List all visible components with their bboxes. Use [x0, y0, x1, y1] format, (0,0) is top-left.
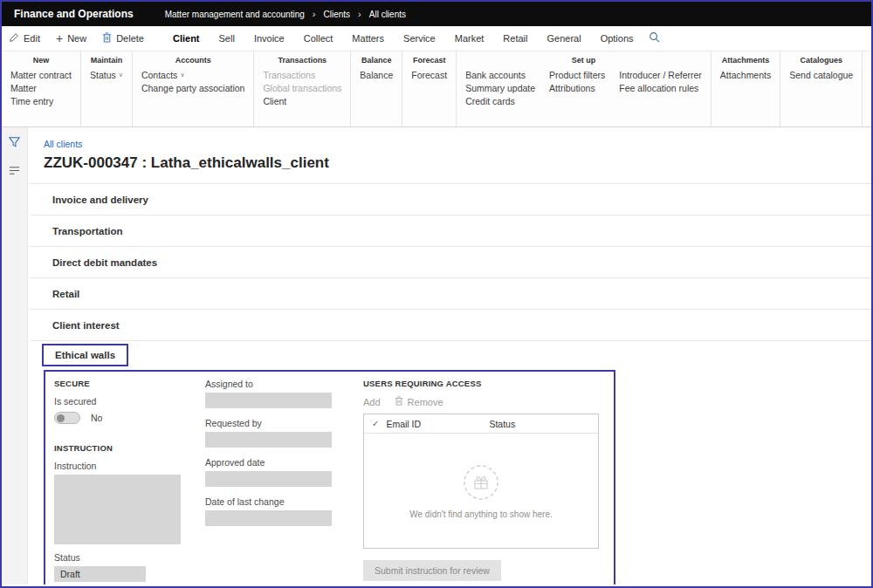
- search-button[interactable]: [649, 31, 660, 46]
- ribbon-group-maintain: MaintainStatus∨: [81, 51, 133, 126]
- ribbon: NewMatter contractMatterTime entryMainta…: [2, 51, 871, 127]
- breadcrumb-chevron-icon: ›: [358, 9, 361, 19]
- ribbon-group-title: Forecast: [411, 56, 447, 65]
- ribbon-group-forecast: ForecastForecast: [402, 51, 457, 126]
- breadcrumb-item-all-clients[interactable]: All clients: [369, 10, 406, 19]
- users-grid-header: ✓ Email ID Status: [364, 414, 598, 434]
- ribbon-item-product-filters[interactable]: Product filters: [549, 70, 605, 80]
- instruction-group-title: INSTRUCTION: [54, 443, 182, 453]
- ethical-walls-panel: SECURE Is secured No INSTRUCTION Instruc…: [44, 370, 615, 585]
- ribbon-item-label: Global transactions: [263, 83, 341, 93]
- users-column: USERS REQUIRING ACCESS Add Remove ✓ Emai…: [363, 379, 603, 581]
- tab-market[interactable]: Market: [445, 26, 494, 51]
- section-header-transportation[interactable]: Transportation: [31, 215, 871, 246]
- tab-service[interactable]: Service: [394, 26, 445, 51]
- pane-list-icon: [9, 164, 20, 180]
- app-window: Finance and Operations Matter management…: [0, 0, 873, 588]
- users-grid-toolbar: Add Remove: [363, 396, 603, 407]
- remove-label: Remove: [408, 397, 443, 407]
- chevron-down-icon: ∨: [180, 72, 184, 79]
- select-all-checkmark-icon[interactable]: ✓: [364, 419, 386, 428]
- ribbon-item-bank-accounts[interactable]: Bank accounts: [465, 70, 535, 80]
- breadcrumb-item-clients[interactable]: Clients: [323, 10, 350, 19]
- field-approved-date: Approved date: [205, 457, 333, 487]
- task-pane-button[interactable]: [9, 164, 20, 180]
- is-secured-toggle-row: No: [54, 412, 182, 424]
- tab-client[interactable]: Client: [163, 26, 210, 51]
- ribbon-item-time-entry[interactable]: Time entry: [10, 96, 72, 106]
- breadcrumb: Matter management and accounting›Clients…: [165, 9, 406, 19]
- ribbon-item-status[interactable]: Status∨: [90, 70, 123, 80]
- section-header-invoice-and-delivery[interactable]: Invoice and delivery: [31, 183, 871, 215]
- field-label: Requested by: [205, 418, 333, 428]
- edit-icon: [9, 32, 19, 44]
- is-secured-toggle[interactable]: [54, 412, 80, 424]
- ribbon-item-introducer-referrer[interactable]: Introducer / Referrer: [619, 70, 702, 80]
- tab-retail[interactable]: Retail: [493, 26, 537, 51]
- ribbon-item-label: Attributions: [549, 83, 595, 93]
- instruction-textarea[interactable]: [54, 475, 181, 544]
- workspace: All clients ZZUK-000347 : Latha_ethicalw…: [2, 127, 871, 585]
- tab-general[interactable]: General: [537, 26, 590, 51]
- breadcrumb-item-matter-management-and-accounting[interactable]: Matter management and accounting: [165, 10, 305, 19]
- field-requested-by: Requested by: [205, 418, 333, 448]
- add-user-button[interactable]: Add: [363, 397, 381, 407]
- new-button[interactable]: + New: [56, 33, 86, 44]
- field-input-requested-by[interactable]: [205, 432, 332, 448]
- ribbon-item-label: Bank accounts: [465, 70, 526, 80]
- section-header-ethical-walls[interactable]: Ethical walls: [42, 344, 128, 366]
- section-header-client-interest[interactable]: Client interest: [31, 309, 871, 340]
- ribbon-group-customer-service: Customer serviceCustomer service: [863, 51, 871, 126]
- delete-label: Delete: [116, 33, 144, 44]
- back-link[interactable]: All clients: [44, 139, 82, 149]
- main-content: All clients ZZUK-000347 : Latha_ethicalw…: [28, 127, 871, 585]
- ribbon-item-global-transactions: Global transactions: [263, 83, 341, 93]
- status-input[interactable]: Draft: [54, 566, 146, 582]
- section-row-ethical-walls: Ethical walls: [31, 340, 871, 368]
- tab-matters[interactable]: Matters: [342, 26, 394, 51]
- field-input-date-of-last-change[interactable]: [205, 510, 332, 526]
- filter-button[interactable]: [9, 135, 20, 151]
- column-header-email-id[interactable]: Email ID: [386, 419, 489, 429]
- ribbon-group-balance: BalanceBalance: [351, 51, 402, 126]
- ethical-fields: Assigned toRequested byApproved dateDate…: [205, 379, 333, 581]
- tab-invoice[interactable]: Invoice: [244, 26, 294, 51]
- field-input-approved-date[interactable]: [205, 471, 332, 487]
- ribbon-item-attachments[interactable]: Attachments: [720, 70, 771, 80]
- actionbar-tabs: ClientSellInvoiceCollectMattersServiceMa…: [163, 26, 643, 51]
- ribbon-item-credit-cards[interactable]: Credit cards: [465, 96, 535, 106]
- app-title[interactable]: Finance and Operations: [2, 8, 146, 20]
- ribbon-item-change-party-association[interactable]: Change party association: [141, 83, 245, 93]
- ribbon-item-matter-contract[interactable]: Matter contract: [10, 70, 72, 80]
- remove-user-button[interactable]: Remove: [395, 396, 443, 407]
- ribbon-group-set-up: Set upBank accountsSummary updateCredit …: [457, 51, 711, 126]
- submit-instruction-button[interactable]: Submit instruction for review: [363, 560, 501, 581]
- column-header-status[interactable]: Status: [489, 419, 515, 429]
- ribbon-item-fee-allocation-rules[interactable]: Fee allocation rules: [619, 83, 702, 93]
- section-header-retail[interactable]: Retail: [31, 277, 871, 309]
- delete-button[interactable]: Delete: [102, 32, 144, 44]
- page-head: All clients ZZUK-000347 : Latha_ethicalw…: [31, 127, 871, 175]
- tab-sell[interactable]: Sell: [210, 26, 244, 51]
- ribbon-item-matter[interactable]: Matter: [10, 83, 72, 93]
- ribbon-item-balance[interactable]: Balance: [360, 70, 393, 80]
- edit-label: Edit: [24, 33, 40, 44]
- ribbon-item-label: Balance: [360, 70, 393, 80]
- tab-options[interactable]: Options: [591, 26, 643, 51]
- ribbon-item-contacts[interactable]: Contacts∨: [141, 70, 245, 80]
- edit-button[interactable]: Edit: [9, 32, 40, 44]
- ribbon-item-label: Send catalogue: [789, 70, 853, 80]
- topbar: Finance and Operations Matter management…: [2, 2, 871, 26]
- field-input-assigned-to[interactable]: [205, 393, 332, 408]
- users-group-title: USERS REQUIRING ACCESS: [363, 379, 603, 388]
- fasttab-list: Invoice and deliveryTransportationDirect…: [31, 183, 871, 340]
- section-header-direct-debit-mandates[interactable]: Direct debit mandates: [31, 246, 871, 277]
- ribbon-item-client[interactable]: Client: [263, 96, 341, 106]
- tab-collect[interactable]: Collect: [294, 26, 343, 51]
- ribbon-item-label: Transactions: [263, 70, 315, 80]
- ribbon-item-forecast[interactable]: Forecast: [411, 70, 447, 80]
- ribbon-item-summary-update[interactable]: Summary update: [465, 83, 535, 93]
- ribbon-item-label: Attachments: [720, 70, 771, 80]
- ribbon-item-attributions[interactable]: Attributions: [549, 83, 605, 93]
- ribbon-item-send-catalogue[interactable]: Send catalogue: [789, 70, 853, 80]
